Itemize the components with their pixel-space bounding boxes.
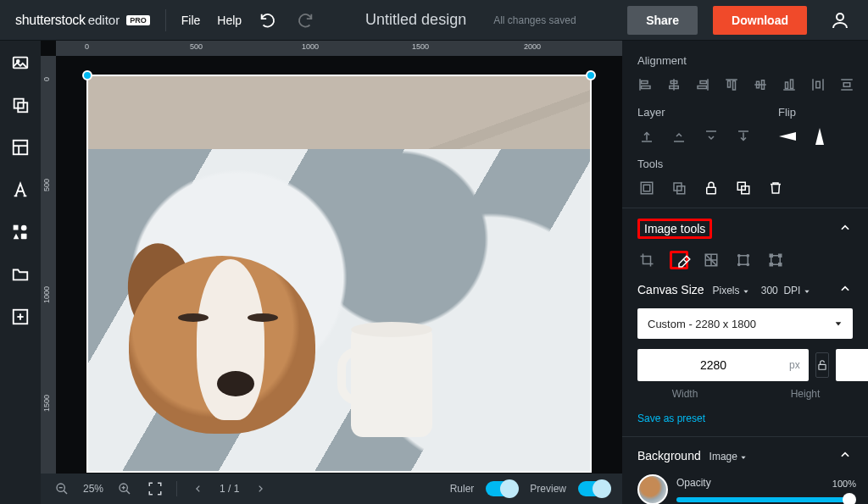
menu-help[interactable]: Help — [217, 14, 242, 27]
svg-rect-57 — [641, 182, 653, 194]
zoom-level[interactable]: 25% — [83, 483, 103, 495]
svg-rect-14 — [21, 234, 27, 240]
duplicate-icon[interactable] — [670, 179, 688, 197]
svg-rect-75 — [770, 254, 772, 257]
distribute-h-icon[interactable] — [810, 75, 826, 94]
rail-shapes-icon[interactable] — [10, 222, 31, 242]
lock-icon[interactable] — [702, 179, 721, 197]
layer-flip-section: Layer Flip — [622, 101, 868, 152]
ruler-h-tick: 0 — [85, 42, 89, 51]
align-top-icon[interactable] — [724, 75, 739, 94]
send-back-icon[interactable] — [734, 127, 753, 146]
brand-main: shutterstock — [15, 13, 86, 28]
bring-front-icon[interactable] — [637, 127, 656, 146]
brand-logo: shutterstock editor PRO — [15, 13, 150, 28]
align-right-icon[interactable] — [695, 75, 710, 94]
rail-folder-icon[interactable] — [10, 264, 31, 285]
send-backward-icon[interactable] — [702, 127, 721, 146]
bring-forward-icon[interactable] — [670, 127, 688, 146]
fit-screen-button[interactable] — [146, 479, 164, 498]
rail-layers-icon[interactable] — [10, 95, 31, 115]
account-icon[interactable] — [827, 8, 853, 33]
svg-point-70 — [738, 255, 740, 257]
undo-button[interactable] — [257, 9, 279, 31]
save-status: All changes saved — [493, 14, 576, 26]
copy-style-icon[interactable] — [734, 179, 753, 197]
ruler-v-tick: 0 — [42, 77, 51, 81]
svg-rect-11 — [14, 225, 19, 230]
selection-handle-tl[interactable] — [82, 70, 92, 80]
zoom-in-button[interactable] — [115, 479, 134, 498]
canvas-stage[interactable] — [56, 56, 622, 474]
opacity-slider[interactable]: 100% — [676, 497, 853, 502]
group-icon[interactable] — [637, 179, 656, 197]
tools-label: Tools — [637, 158, 853, 170]
rail-text-icon[interactable] — [10, 180, 31, 200]
chevron-up-icon — [839, 222, 853, 235]
rail-layouts-icon[interactable] — [10, 137, 31, 158]
tools-section: Tools — [622, 152, 868, 204]
zoom-out-button[interactable] — [53, 479, 71, 498]
divider — [176, 481, 177, 496]
document-title[interactable]: Untitled design — [365, 11, 466, 29]
eraser-icon[interactable] — [670, 251, 688, 269]
align-left-icon[interactable] — [637, 75, 653, 94]
svg-rect-32 — [700, 81, 707, 84]
size-preset-dropdown[interactable]: Custom - 2280 x 1800 — [637, 308, 853, 339]
dpi-select[interactable]: 300 DPI — [761, 285, 810, 296]
menu-file[interactable]: File — [181, 14, 201, 27]
share-button[interactable]: Share — [627, 6, 698, 35]
preview-toggle[interactable] — [578, 481, 610, 496]
svg-rect-48 — [843, 83, 850, 87]
background-header[interactable]: Background Image — [622, 442, 868, 469]
bg-thumbnail[interactable] — [637, 474, 668, 504]
align-hcenter-icon[interactable] — [666, 75, 682, 94]
height-input[interactable] — [836, 349, 868, 381]
image-tools-header[interactable]: Image tools — [622, 212, 868, 246]
crop-icon[interactable] — [637, 251, 656, 269]
svg-rect-35 — [728, 81, 731, 88]
resize-icon[interactable] — [734, 251, 753, 269]
rail-images-icon[interactable] — [10, 53, 31, 73]
ruler-v-tick: 1500 — [42, 395, 51, 412]
width-input-box: px — [637, 349, 809, 381]
size-preset-value: Custom - 2280 x 1800 — [648, 318, 756, 330]
canvas-viewport: 0 500 1000 1500 2000 0 500 1000 1500 — [41, 41, 622, 474]
ruler-toggle[interactable] — [486, 481, 518, 496]
download-button[interactable]: Download — [713, 6, 807, 35]
align-vcenter-icon[interactable] — [753, 75, 768, 94]
redo-button[interactable] — [294, 9, 316, 31]
distribute-v-icon[interactable] — [839, 75, 854, 94]
transform-icon[interactable] — [766, 251, 785, 269]
image-tools-label: Image tools — [637, 219, 712, 239]
ruler-vertical[interactable]: 0 500 1000 1500 — [41, 56, 56, 474]
save-preset-link[interactable]: Save as preset — [637, 413, 705, 424]
flip-v-icon[interactable] — [810, 127, 829, 146]
filters-icon[interactable] — [702, 251, 721, 269]
placed-image[interactable] — [88, 76, 590, 471]
svg-line-22 — [126, 490, 130, 494]
alignment-section: Alignment — [622, 49, 868, 101]
artboard[interactable] — [86, 75, 592, 473]
selection-handle-tr[interactable] — [586, 70, 596, 80]
canvas-size-header[interactable]: Canvas Size Pixels 300 DPI — [622, 276, 868, 303]
svg-rect-69 — [739, 256, 748, 265]
aspect-lock-button[interactable] — [815, 352, 829, 378]
delete-icon[interactable] — [766, 179, 785, 197]
unit-select[interactable]: Pixels — [712, 285, 748, 296]
flip-h-icon[interactable] — [778, 127, 797, 146]
ruler-toggle-label: Ruler — [450, 483, 475, 495]
svg-rect-36 — [733, 81, 736, 91]
divider — [165, 9, 166, 31]
next-page-button[interactable] — [251, 479, 270, 498]
background-label: Background — [637, 449, 701, 462]
width-input[interactable] — [637, 349, 789, 381]
bg-mode-select[interactable]: Image — [709, 451, 748, 462]
prev-page-button[interactable] — [189, 479, 208, 498]
align-bottom-icon[interactable] — [782, 75, 797, 94]
svg-marker-55 — [779, 132, 796, 141]
ruler-horizontal[interactable]: 0 500 1000 1500 2000 — [56, 41, 622, 56]
svg-rect-82 — [819, 364, 826, 369]
rail-add-icon[interactable] — [10, 307, 31, 327]
ruler-h-tick: 1000 — [302, 42, 319, 51]
